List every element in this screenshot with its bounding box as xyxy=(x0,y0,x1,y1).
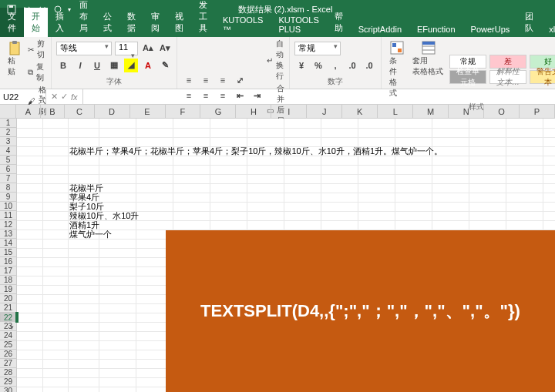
undo-icon[interactable] xyxy=(22,4,32,15)
row-header[interactable]: 30 xyxy=(0,387,16,392)
cell-value[interactable]: 煤气炉一个 xyxy=(68,230,113,239)
style-check[interactable]: 检查单元格 xyxy=(449,70,486,84)
touch-mode-icon[interactable] xyxy=(52,4,63,15)
cell-value[interactable]: 酒精1升 xyxy=(68,220,101,230)
row-header[interactable]: 2 xyxy=(0,128,16,137)
row-header[interactable]: 7 xyxy=(0,174,16,183)
row-header[interactable]: 18 xyxy=(0,276,16,285)
column-header[interactable]: N xyxy=(449,105,484,118)
font-name-select[interactable]: 等线 xyxy=(56,42,112,55)
enter-icon[interactable]: ✓ xyxy=(61,92,68,102)
row-header[interactable]: 6 xyxy=(0,165,16,174)
copy-button[interactable]: ⧉复制 xyxy=(28,62,46,83)
row-header[interactable]: 24 xyxy=(0,331,16,340)
tab-view[interactable]: 视图 xyxy=(167,8,191,37)
column-header[interactable]: J xyxy=(307,105,342,118)
row-header[interactable]: 26 xyxy=(0,350,16,359)
style-explanatory[interactable]: 解释性文本… xyxy=(489,70,526,84)
comma-icon[interactable]: , xyxy=(328,59,342,72)
row-header[interactable]: 13 xyxy=(0,230,16,239)
tab-help[interactable]: 帮助 xyxy=(327,8,351,37)
tab-formulas[interactable]: 公式 xyxy=(96,8,119,37)
redo-icon[interactable] xyxy=(37,4,48,15)
row-header[interactable]: 4 xyxy=(0,146,16,156)
increase-font-icon[interactable]: A▴ xyxy=(141,42,155,55)
row-header[interactable]: 19 xyxy=(0,285,16,294)
column-header[interactable]: H xyxy=(236,105,271,118)
phonetic-button[interactable]: ✎ xyxy=(158,59,172,72)
fill-color-button[interactable]: ◢ xyxy=(124,59,138,72)
row-header[interactable]: 14 xyxy=(0,239,16,248)
row-header[interactable]: 5 xyxy=(0,156,16,165)
tab-xlwings[interactable]: xlwings xyxy=(541,22,555,37)
tab-scriptaddin[interactable]: ScriptAddin xyxy=(351,22,409,37)
font-color-button[interactable]: A xyxy=(141,59,155,72)
underline-button[interactable]: U xyxy=(90,59,104,72)
cancel-icon[interactable]: ✕ xyxy=(51,92,58,102)
row-header[interactable]: 10 xyxy=(0,202,16,211)
row-header[interactable]: 22 xyxy=(0,313,17,322)
column-header[interactable]: M xyxy=(413,105,449,118)
row-header[interactable]: 28 xyxy=(0,368,16,377)
tab-dev[interactable]: 开发工具 xyxy=(191,0,215,37)
row-header[interactable]: 9 xyxy=(0,193,16,202)
column-header[interactable]: O xyxy=(484,105,520,118)
row-header[interactable]: 21 xyxy=(0,303,16,313)
fx-icon[interactable]: fx xyxy=(71,92,78,102)
tab-review[interactable]: 审阅 xyxy=(143,8,167,37)
tab-kutoolsplus[interactable]: KUTOOLS PLUS xyxy=(271,12,326,37)
align-middle-icon[interactable]: ≡ xyxy=(199,73,213,87)
currency-icon[interactable]: ¥ xyxy=(294,59,308,72)
style-warning[interactable]: 警告文本 xyxy=(530,70,555,84)
row-header[interactable]: 11 xyxy=(0,211,16,220)
column-header[interactable]: C xyxy=(65,105,94,118)
name-box[interactable]: U22 xyxy=(0,89,46,104)
decrease-font-icon[interactable]: A▾ xyxy=(158,42,172,55)
align-bottom-icon[interactable]: ≡ xyxy=(216,73,230,87)
column-header[interactable]: K xyxy=(342,105,378,118)
bold-button[interactable]: B xyxy=(56,59,70,72)
select-all-corner[interactable] xyxy=(0,105,16,119)
cell-value[interactable]: 辣椒10斤、水10升 xyxy=(68,211,140,220)
column-header[interactable]: B xyxy=(41,105,66,118)
cell-value[interactable]: 梨子10斤 xyxy=(68,202,106,211)
row-header[interactable]: 20 xyxy=(0,294,16,303)
column-header[interactable]: L xyxy=(378,105,413,118)
column-header[interactable]: D xyxy=(95,105,130,118)
inc-decimal-icon[interactable]: .0 xyxy=(345,59,359,72)
tab-data[interactable]: 数据 xyxy=(119,8,143,37)
column-header[interactable]: F xyxy=(166,105,201,118)
cell-value[interactable]: 花椒半斤 xyxy=(68,183,105,193)
row-header[interactable]: 29 xyxy=(0,377,16,387)
percent-icon[interactable]: % xyxy=(311,59,325,72)
row-header[interactable]: 8 xyxy=(0,183,16,193)
row-header[interactable]: 25 xyxy=(0,340,16,350)
wrap-text-button[interactable]: ↵自动换行 xyxy=(267,39,284,82)
border-button[interactable]: ▦ xyxy=(107,59,121,72)
orientation-icon[interactable]: ⤢ xyxy=(233,73,247,87)
dec-decimal-icon[interactable]: .0 xyxy=(362,59,376,72)
tab-kutools[interactable]: KUTOOLS ™ xyxy=(215,12,271,37)
formula-input[interactable] xyxy=(83,89,555,104)
column-header[interactable]: E xyxy=(130,105,166,118)
row-header[interactable]: 12 xyxy=(0,220,16,230)
number-format-select[interactable]: 常规 xyxy=(294,42,341,55)
row-header[interactable]: 1 xyxy=(0,119,16,128)
tab-team[interactable]: 团队 xyxy=(517,8,541,37)
tab-layout[interactable]: 页面布局 xyxy=(72,0,96,37)
row-header[interactable]: 15 xyxy=(0,248,16,257)
align-top-icon[interactable]: ≡ xyxy=(182,73,196,87)
cells-area[interactable]: 花椒半斤；苹果4斤；花椒半斤；苹果4斤；梨子10斤，辣椒10斤、水10升，酒精1… xyxy=(17,119,555,392)
tab-powerups[interactable]: PowerUps xyxy=(463,22,518,37)
column-header[interactable]: G xyxy=(200,105,236,118)
cut-button[interactable]: ✂剪切 xyxy=(28,39,46,60)
row-header[interactable]: 27 xyxy=(0,359,16,368)
column-header[interactable]: I xyxy=(271,105,307,118)
row-header[interactable]: 17 xyxy=(0,266,16,276)
column-header[interactable]: P xyxy=(520,105,555,118)
save-icon[interactable] xyxy=(6,4,17,15)
tab-efunction[interactable]: EFunction xyxy=(409,22,463,37)
column-header[interactable]: A xyxy=(16,105,41,118)
row-header[interactable]: 16 xyxy=(0,257,16,266)
row-header[interactable]: 3 xyxy=(0,137,16,146)
